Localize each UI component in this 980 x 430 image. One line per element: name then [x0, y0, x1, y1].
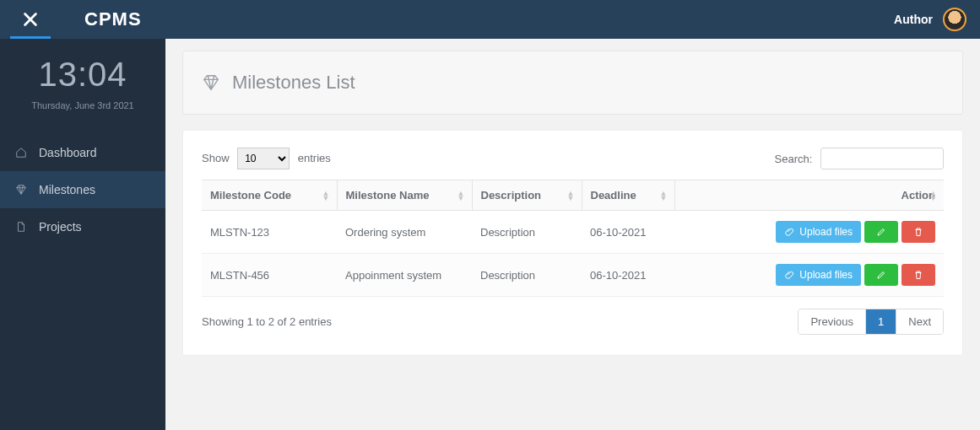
cell-name: Appoinment system — [337, 254, 472, 297]
row-actions: Upload files — [683, 221, 935, 243]
upload-files-button[interactable]: Upload files — [776, 264, 861, 286]
search-label: Search: — [775, 153, 813, 165]
col-action: Action▲▼ — [674, 180, 944, 211]
sort-icon: ▲▼ — [458, 191, 465, 201]
home-icon — [15, 147, 27, 159]
cell-desc: Description — [472, 211, 582, 254]
brand-title: CPMS — [84, 8, 142, 30]
table-row: MLSTN-456 Appoinment system Description … — [202, 254, 944, 297]
user-role-label[interactable]: Author — [894, 13, 933, 26]
pager-page-1[interactable]: 1 — [865, 309, 896, 334]
search-control: Search: — [775, 148, 944, 169]
avatar[interactable] — [943, 8, 966, 31]
cell-deadline: 06-10-2021 — [582, 211, 674, 254]
cell-code: MLSTN-456 — [202, 254, 337, 297]
upload-files-button[interactable]: Upload files — [776, 221, 861, 243]
page-header: Milestones List — [182, 51, 963, 115]
pager-prev[interactable]: Previous — [799, 309, 865, 334]
delete-button[interactable] — [901, 264, 935, 286]
diamond-icon — [202, 73, 220, 92]
trash-icon — [913, 270, 923, 280]
clock: 13:04 — [0, 56, 165, 94]
cell-deadline: 06-10-2021 — [582, 254, 674, 297]
sort-icon: ▲▼ — [929, 191, 937, 201]
cell-desc: Description — [472, 254, 582, 297]
paperclip-icon — [784, 270, 794, 280]
sort-icon: ▲▼ — [322, 191, 330, 201]
delete-button[interactable] — [901, 221, 935, 243]
sidebar-item-label: Milestones — [39, 183, 95, 196]
show-label-pre: Show — [202, 152, 230, 164]
show-label-post: entries — [298, 152, 331, 164]
table-footer: Showing 1 to 2 of 2 entries Previous 1 N… — [202, 309, 944, 335]
topbar: CPMS Author — [0, 0, 980, 39]
pencil-icon — [876, 227, 886, 237]
col-code[interactable]: Milestone Code▲▼ — [202, 180, 337, 211]
sidebar-item-dashboard[interactable]: Dashboard — [0, 134, 165, 171]
sidebar-item-label: Dashboard — [39, 146, 97, 159]
main-content: Milestones List Show 10 entries Search: — [165, 39, 980, 430]
table-controls: Show 10 entries Search: — [202, 148, 944, 169]
menu-toggle-button[interactable] — [0, 0, 61, 39]
col-name[interactable]: Milestone Name▲▼ — [337, 180, 472, 211]
cell-name: Ordering system — [337, 211, 472, 254]
sidebar: 13:04 Thursday, June 3rd 2021 Dashboard … — [0, 39, 165, 430]
sidebar-nav: Dashboard Milestones Projects — [0, 134, 165, 245]
col-desc[interactable]: Description▲▼ — [472, 180, 582, 211]
sort-icon: ▲▼ — [567, 191, 575, 201]
row-actions: Upload files — [683, 264, 935, 286]
sidebar-item-projects[interactable]: Projects — [0, 208, 165, 245]
paperclip-icon — [784, 227, 794, 237]
table-row: MLSTN-123 Ordering system Description 06… — [202, 211, 944, 254]
col-deadline[interactable]: Deadline▲▼ — [582, 180, 674, 211]
table-card: Show 10 entries Search: Milestone Code▲▼… — [182, 130, 963, 356]
cell-code: MLSTN-123 — [202, 211, 337, 254]
file-icon — [15, 221, 27, 233]
page-size-control: Show 10 entries — [202, 148, 331, 169]
page-size-select[interactable]: 10 — [237, 148, 290, 169]
trash-icon — [913, 227, 923, 237]
pager: Previous 1 Next — [798, 309, 944, 335]
table-info: Showing 1 to 2 of 2 entries — [202, 315, 332, 328]
milestones-table: Milestone Code▲▼ Milestone Name▲▼ Descri… — [202, 180, 944, 297]
page-title: Milestones List — [232, 72, 355, 94]
date: Thursday, June 3rd 2021 — [0, 100, 165, 110]
edit-button[interactable] — [864, 264, 898, 286]
pencil-icon — [876, 270, 886, 280]
pager-next[interactable]: Next — [896, 309, 943, 334]
sidebar-item-label: Projects — [39, 220, 82, 234]
search-input[interactable] — [820, 148, 944, 169]
sort-icon: ▲▼ — [660, 191, 668, 201]
diamond-icon — [15, 184, 27, 196]
sidebar-item-milestones[interactable]: Milestones — [0, 171, 165, 208]
edit-button[interactable] — [864, 221, 898, 243]
close-icon — [21, 10, 40, 29]
